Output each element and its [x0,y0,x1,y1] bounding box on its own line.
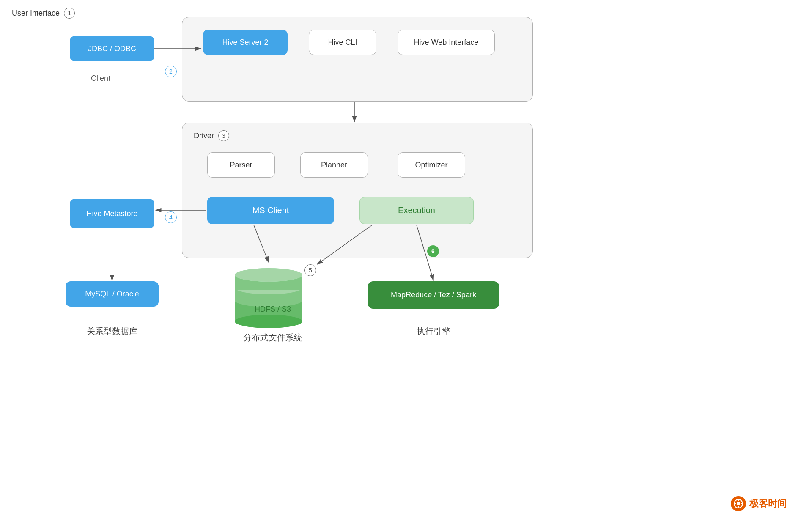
badge-2: 2 [165,66,177,77]
planner-box: Planner [300,152,368,178]
geek-time-logo: 极客时间 [731,496,787,511]
execution-label: Execution [398,206,435,215]
hdfs-label: HDFS / S3 [230,305,315,314]
hdfs-svg [230,262,315,330]
badge-6: 6 [427,245,439,257]
diagram-container: User Interface 1 Hive Server 2 Hive CLI … [0,0,812,524]
planner-label: Planner [321,161,347,170]
geek-icon [731,496,746,511]
jdbc-label: JDBC / ODBC [88,44,136,53]
geek-logo-text: 极客时间 [749,497,787,510]
mysql-box: MySQL / Oracle [66,281,159,307]
ms-client-label: MS Client [252,206,289,215]
mapreduce-box: MapReduce / Tez / Spark [368,281,499,309]
badge-5: 5 [304,264,316,276]
ui-box-label: User Interface 1 [12,8,75,19]
driver-box-label: Driver 3 [194,130,229,141]
parser-label: Parser [230,161,252,170]
svg-point-18 [737,502,740,505]
svg-point-1 [235,315,302,328]
mapreduce-label: MapReduce / Tez / Spark [391,291,476,299]
bottom-label-hdfs: 分布式文件系统 [230,332,315,343]
optimizer-box: Optimizer [398,152,465,178]
hive-web-box: Hive Web Interface [398,30,495,55]
hive-server2-label: Hive Server 2 [222,38,268,47]
badge-4: 4 [165,211,177,223]
driver-box [182,123,533,258]
badge-3: 3 [218,130,229,141]
ui-label-text: User Interface [12,9,60,18]
svg-point-7 [235,268,302,282]
hive-server2-box: Hive Server 2 [203,30,288,55]
mysql-label: MySQL / Oracle [85,290,139,299]
hive-web-label: Hive Web Interface [414,38,479,47]
metastore-box: Hive Metastore [70,199,154,228]
jdbc-box: JDBC / ODBC [70,36,154,61]
optimizer-label: Optimizer [415,161,447,170]
bottom-label-rdb: 关系型数据库 [66,326,159,337]
bottom-label-exec: 执行引擎 [368,326,499,337]
metastore-label: Hive Metastore [86,209,137,218]
badge-1: 1 [64,8,75,19]
client-label: Client [91,74,110,83]
hive-cli-box: Hive CLI [309,30,376,55]
execution-box: Execution [359,197,474,224]
hdfs-cylinder: HDFS / S3 [230,262,315,321]
driver-label-text: Driver [194,132,214,140]
ms-client-box: MS Client [207,197,334,224]
hive-cli-label: Hive CLI [328,38,357,47]
parser-box: Parser [207,152,275,178]
